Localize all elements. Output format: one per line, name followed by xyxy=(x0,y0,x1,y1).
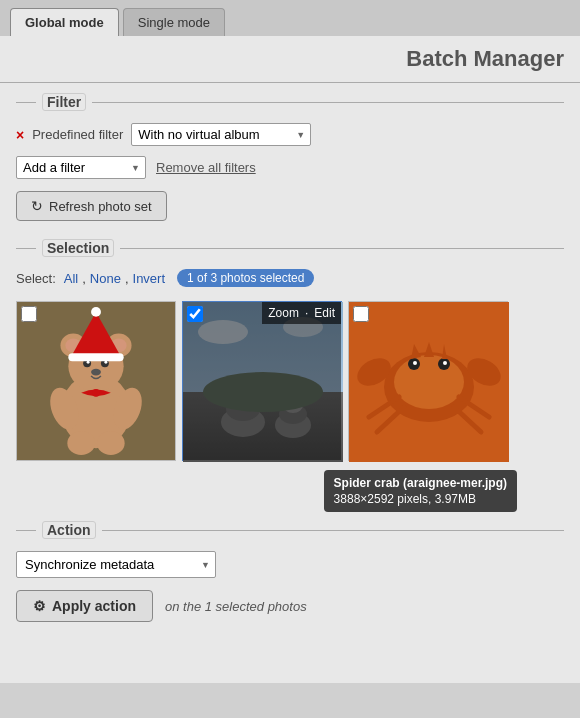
action-select-wrapper: Synchronize metadata Delete Export Rotat… xyxy=(16,551,216,578)
svg-point-43 xyxy=(413,361,417,365)
photo-tooltip: Spider crab (araignee-mer.jpg) 3888×2592… xyxy=(324,470,517,512)
selected-count-badge: 1 of 3 photos selected xyxy=(177,269,314,287)
refresh-label: Refresh photo set xyxy=(49,199,152,214)
photo-item-1 xyxy=(16,301,176,461)
action-section-title: Action xyxy=(42,521,96,539)
selection-section: Selection Select: All, None, Invert 1 of… xyxy=(16,239,564,461)
selection-section-header: Selection xyxy=(16,239,564,257)
select-all-link[interactable]: All xyxy=(64,271,78,286)
photo-item-3: Spider crab (araignee-mer.jpg) 3888×2592… xyxy=(348,301,508,461)
zoom-edit-bar: Zoom · Edit xyxy=(262,302,341,324)
predefined-filter-select[interactable]: With no virtual album With virtual album… xyxy=(131,123,311,146)
tabs-bar: Global mode Single mode xyxy=(0,0,580,36)
svg-point-17 xyxy=(97,431,125,455)
action-line-right xyxy=(102,530,564,531)
select-none-link[interactable]: None xyxy=(90,271,121,286)
svg-point-44 xyxy=(443,361,447,365)
photo-item-2: Zoom · Edit xyxy=(182,301,342,461)
selection-section-title: Selection xyxy=(42,239,114,257)
svg-rect-12 xyxy=(68,353,123,361)
apply-action-button[interactable]: ⚙ Apply action xyxy=(16,590,153,622)
refresh-photo-set-button[interactable]: ↻ Refresh photo set xyxy=(16,191,167,221)
action-section: Action Synchronize metadata Delete Expor… xyxy=(16,521,564,622)
photo-overlay: Zoom · Edit xyxy=(183,302,341,460)
selection-line-right xyxy=(120,248,564,249)
filter-section-header: Filter xyxy=(16,93,564,111)
apply-note: on the 1 selected photos xyxy=(165,599,307,614)
filter-section-title: Filter xyxy=(42,93,86,111)
photo-bear-image xyxy=(17,302,175,460)
add-filter-select-wrapper: Add a filter xyxy=(16,156,146,179)
comma-separator-1: , xyxy=(82,271,86,286)
header-bar: Batch Manager xyxy=(0,36,580,83)
photo-crab-image xyxy=(349,302,509,462)
main-content: Filter × Predefined filter With no virtu… xyxy=(0,83,580,683)
action-line-left xyxy=(16,530,36,531)
photo-checkbox-1[interactable] xyxy=(21,306,37,322)
remove-predefined-filter-btn[interactable]: × xyxy=(16,127,24,143)
svg-point-34 xyxy=(394,355,464,409)
action-select[interactable]: Synchronize metadata Delete Export Rotat… xyxy=(16,551,216,578)
tab-single-mode[interactable]: Single mode xyxy=(123,8,225,36)
page-title: Batch Manager xyxy=(406,46,564,71)
apply-action-row: ⚙ Apply action on the 1 selected photos xyxy=(16,590,564,622)
predefined-filter-select-wrapper: With no virtual album With virtual album… xyxy=(131,123,311,146)
zoom-link[interactable]: Zoom xyxy=(268,306,299,320)
svg-point-11 xyxy=(91,369,101,376)
select-label: Select: xyxy=(16,271,56,286)
select-invert-link[interactable]: Invert xyxy=(133,271,166,286)
select-controls-row: Select: All, None, Invert 1 of 3 photos … xyxy=(16,269,564,287)
photo-checkbox-2[interactable] xyxy=(187,306,203,322)
tooltip-details: 3888×2592 pixels, 3.97MB xyxy=(334,492,507,506)
action-section-header: Action xyxy=(16,521,564,539)
section-line-right xyxy=(92,102,564,103)
section-line-left xyxy=(16,102,36,103)
predefined-filter-row: × Predefined filter With no virtual albu… xyxy=(16,123,564,146)
add-filter-select[interactable]: Add a filter xyxy=(16,156,146,179)
tab-global-mode[interactable]: Global mode xyxy=(10,8,119,36)
svg-point-13 xyxy=(91,307,101,317)
action-select-row: Synchronize metadata Delete Export Rotat… xyxy=(16,551,564,578)
add-filter-row: Add a filter Remove all filters xyxy=(16,156,564,179)
photo-grid: Zoom · Edit xyxy=(16,301,564,461)
zoom-edit-separator: · xyxy=(305,306,308,320)
selection-line-left xyxy=(16,248,36,249)
svg-point-18 xyxy=(92,389,100,397)
apply-label: Apply action xyxy=(52,598,136,614)
remove-all-filters-link[interactable]: Remove all filters xyxy=(156,160,256,175)
gear-icon: ⚙ xyxy=(33,598,46,614)
edit-link[interactable]: Edit xyxy=(314,306,335,320)
comma-separator-2: , xyxy=(125,271,129,286)
filter-section: Filter × Predefined filter With no virtu… xyxy=(16,93,564,221)
refresh-icon: ↻ xyxy=(31,198,43,214)
svg-point-16 xyxy=(67,431,95,455)
predefined-filter-label: Predefined filter xyxy=(32,127,123,142)
photo-checkbox-3[interactable] xyxy=(353,306,369,322)
tooltip-filename: Spider crab (araignee-mer.jpg) xyxy=(334,476,507,490)
